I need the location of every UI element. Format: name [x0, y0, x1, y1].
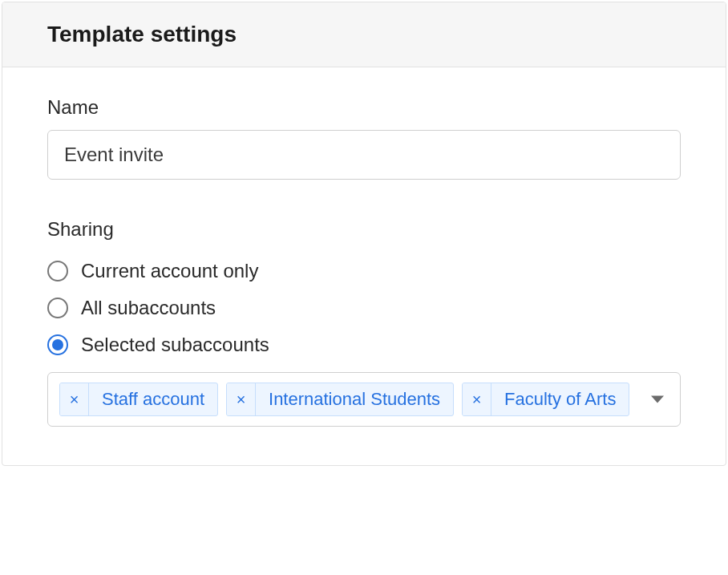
radio-label: Current account only [81, 260, 258, 282]
chip-faculty-of-arts: × Faculty of Arts [462, 383, 629, 416]
chip-staff-account: × Staff account [59, 383, 218, 416]
radio-all-subaccounts[interactable]: All subaccounts [47, 297, 681, 319]
subaccounts-multiselect[interactable]: × Staff account × International Students… [47, 372, 681, 427]
chips-container: × Staff account × International Students… [59, 383, 669, 416]
radio-icon [47, 298, 68, 318]
panel-title: Template settings [47, 22, 681, 47]
radio-current-account-only[interactable]: Current account only [47, 260, 681, 282]
panel-body: Name Sharing Current account only All su… [2, 67, 726, 465]
name-input[interactable] [47, 130, 681, 180]
template-settings-panel: Template settings Name Sharing Current a… [2, 2, 726, 466]
chip-remove-icon[interactable]: × [227, 383, 256, 415]
chevron-down-icon[interactable] [651, 396, 664, 403]
chip-remove-icon[interactable]: × [463, 383, 491, 415]
chip-remove-icon[interactable]: × [60, 383, 89, 415]
chip-label: Faculty of Arts [491, 383, 629, 415]
panel-header: Template settings [2, 2, 726, 67]
radio-label: Selected subaccounts [81, 334, 269, 356]
radio-icon [47, 261, 68, 281]
name-label: Name [47, 96, 681, 119]
radio-icon [47, 334, 68, 355]
chip-label: Staff account [89, 383, 217, 415]
chip-international-students: × International Students [226, 383, 454, 416]
radio-selected-subaccounts[interactable]: Selected subaccounts [47, 334, 681, 356]
chip-label: International Students [256, 383, 453, 415]
sharing-radio-group: Current account only All subaccounts Sel… [47, 260, 681, 356]
radio-label: All subaccounts [81, 297, 216, 319]
sharing-label: Sharing [47, 218, 681, 241]
